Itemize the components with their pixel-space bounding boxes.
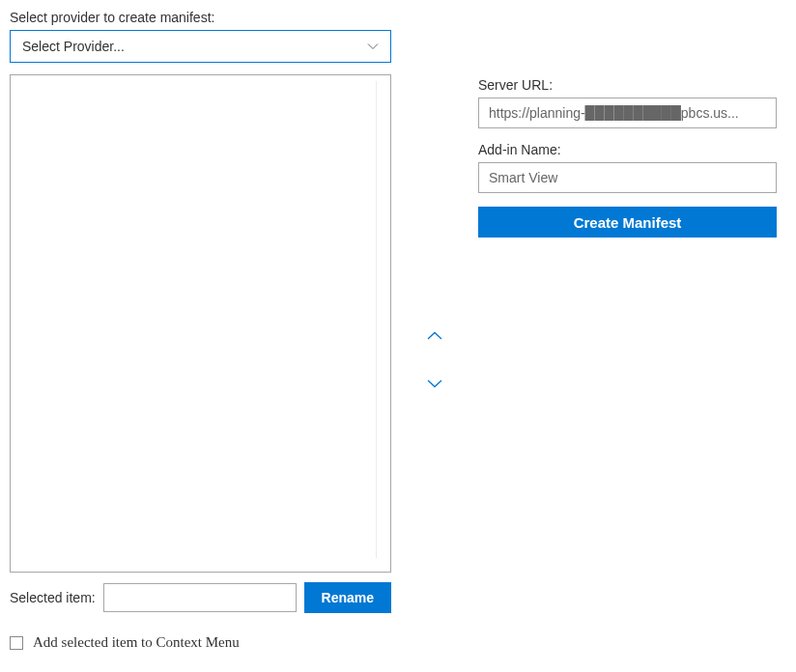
provider-dropdown-text: Select Provider... (22, 39, 125, 54)
server-url-label: Server URL: (478, 77, 777, 93)
selected-item-label: Selected item: (10, 590, 96, 605)
chevron-down-icon (367, 41, 379, 52)
items-listbox[interactable] (10, 74, 391, 573)
rename-button[interactable]: Rename (304, 582, 391, 613)
provider-label: Select provider to create manifest: (10, 10, 391, 25)
context-menu-checkbox-label: Add selected item to Context Menu (33, 634, 240, 651)
move-up-button[interactable] (423, 324, 446, 348)
selected-item-input[interactable] (103, 583, 297, 612)
move-down-button[interactable] (423, 372, 446, 395)
context-menu-checkbox[interactable] (10, 636, 23, 650)
addin-name-label: Add-in Name: (478, 142, 777, 157)
provider-dropdown[interactable]: Select Provider... (10, 30, 391, 63)
server-url-input[interactable] (478, 98, 777, 128)
create-manifest-button[interactable]: Create Manifest (478, 207, 777, 238)
addin-name-input[interactable] (478, 162, 777, 193)
